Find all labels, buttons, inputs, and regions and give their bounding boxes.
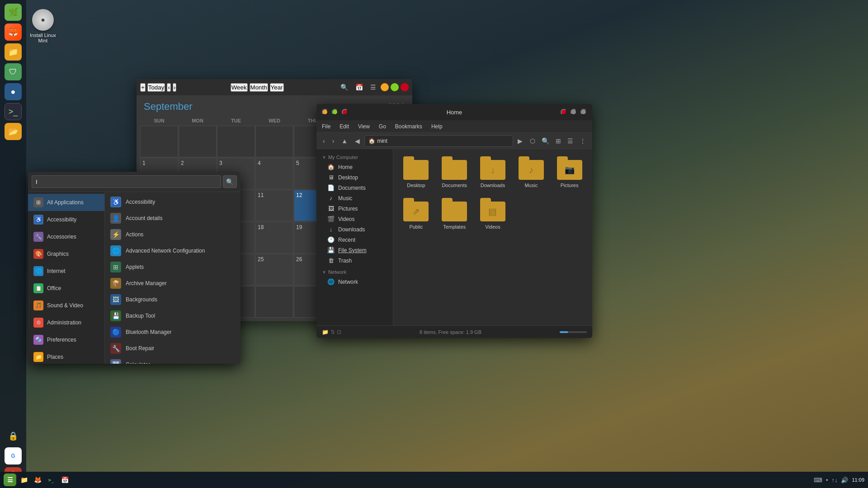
fm-grid-view-button[interactable]: ⊞ [553,136,564,146]
table-row[interactable]: 4 [255,158,293,189]
bottom-folder-icon[interactable]: 📁 [18,474,30,486]
calendar-today-button[interactable]: Today [147,83,165,92]
bottom-calendar-icon[interactable]: 📅 [59,474,71,486]
fm-menu-help[interactable]: Help [429,122,444,131]
bottom-mint-button[interactable]: ☰ [4,474,16,486]
app-item-archive-manager[interactable]: 📦 Archive Manager [105,275,241,291]
fm-sidebar-videos[interactable]: 🎬 Videos [316,214,393,224]
fm-menu-file[interactable]: File [320,122,332,131]
fm-minimize-button-right[interactable] [580,109,587,115]
app-cat-graphics[interactable]: 🎨 Graphics [28,245,104,263]
app-cat-accessories[interactable]: 🔧 Accessories [28,228,104,245]
fm-menu-edit[interactable]: Edit [338,122,351,131]
tray-keyboard-icon[interactable]: ⌨ [814,477,822,483]
app-item-actions[interactable]: ⚡ Actions [105,226,241,243]
table-row[interactable] [255,126,293,157]
calendar-minimize-button[interactable]: — [381,83,389,91]
install-linux-mint-icon[interactable]: Install Linux Mint [25,9,61,43]
fm-bookmark-prev-button[interactable]: ◀ [352,136,363,146]
fm-close-button-right[interactable] [561,109,567,115]
taskbar-blue-icon[interactable]: ● [5,83,22,100]
fm-sidebar-trash[interactable]: 🗑 Trash [316,255,393,266]
calendar-year-button[interactable]: Year [270,83,284,92]
fm-sidebar-downloads[interactable]: ↓ Downloads [316,224,393,235]
app-cat-sound-video[interactable]: 🎵 Sound & Video [28,297,104,314]
table-row[interactable] [179,126,217,157]
fm-network-header[interactable]: ▼ Network [316,267,393,277]
fm-menu-bookmarks[interactable]: Bookmarks [393,122,424,131]
fm-list-view-button[interactable]: ☰ [565,136,576,146]
fm-sort-icon[interactable]: ⇅ [330,329,335,335]
table-row[interactable] [140,126,178,157]
fm-sidebar-desktop[interactable]: 🖥 Desktop [316,172,393,183]
fm-file-desktop[interactable]: Desktop [401,156,432,191]
taskbar-terminal-icon[interactable]: >_ [5,103,22,120]
fm-file-templates[interactable]: Templates [439,198,470,232]
fm-sidebar-pictures[interactable]: 🖼 Pictures [316,203,393,214]
fm-file-music[interactable]: Music [515,156,547,191]
calendar-next-button[interactable]: › [173,83,176,92]
calendar-month-button[interactable]: Month [250,83,268,92]
app-cat-internet[interactable]: 🌐 Internet [28,263,104,280]
fm-sidebar-music[interactable]: ♪ Music [316,193,393,203]
bottom-terminal-icon[interactable]: >_ [45,474,57,486]
fm-file-downloads[interactable]: Downloads [477,156,509,191]
bottom-firefox-icon[interactable]: 🦊 [32,474,43,486]
fm-breadcrumb[interactable]: 🏠 mint [364,135,513,147]
fm-my-computer-header[interactable]: ▼ My Computer [316,153,393,162]
app-search-button[interactable]: 🔍 [223,175,237,188]
fm-extra-view-button[interactable]: ⋮ [577,136,589,146]
app-item-bluetooth[interactable]: 🔵 Bluetooth Manager [105,324,241,340]
taskbar-files-icon[interactable]: 📁 [5,43,22,61]
fm-up-button[interactable]: ▲ [339,136,350,146]
app-cat-accessibility[interactable]: ♿ Accessibility [28,211,104,228]
fm-zoom-icon[interactable]: ⊡ [337,329,341,335]
app-item-advanced-network[interactable]: 🌐 Advanced Network Configuration [105,243,241,259]
app-item-account-details[interactable]: 👤 Account details [105,210,241,226]
tray-volume-icon[interactable]: 🔊 [841,477,848,483]
app-cat-all-applications[interactable]: ⊞ All Applications [28,194,104,211]
app-item-boot-repair[interactable]: 🔧 Boot Repair [105,340,241,357]
calendar-calendar-button[interactable]: 📅 [353,82,366,93]
table-row[interactable]: 25 [255,254,293,286]
fm-search-button[interactable]: 🔍 [539,136,552,146]
fm-restore-button[interactable] [571,109,577,115]
tray-network-icon[interactable]: ↑↓ [831,477,837,483]
fm-forward-button[interactable]: › [330,136,337,146]
fm-sidebar-filesystem[interactable]: 💾 File System [316,245,393,255]
table-row[interactable]: 11 [255,190,293,221]
taskbar-google-icon[interactable]: G [5,447,22,465]
app-cat-administration[interactable]: ⚙ Administration [28,314,104,331]
fm-sidebar-home[interactable]: 🏠 Home [316,162,393,172]
taskbar-lock-icon[interactable]: 🔒 [5,427,22,445]
fm-sidebar-recent[interactable]: 🕐 Recent [316,235,393,245]
fm-menu-view[interactable]: View [356,122,372,131]
app-item-backgrounds[interactable]: 🖼 Backgrounds [105,291,241,308]
taskbar-mint-icon[interactable]: 🌿 [5,4,22,21]
app-cat-preferences[interactable]: 🔩 Preferences [28,331,104,348]
app-item-backup-tool[interactable]: 💾 Backup Tool [105,308,241,324]
table-row[interactable] [217,126,255,157]
fm-back-button[interactable]: ‹ [320,136,328,146]
table-row[interactable] [255,286,293,318]
fm-file-pictures[interactable]: Pictures [554,156,585,191]
fm-menu-go[interactable]: Go [377,122,388,131]
calendar-menu-button[interactable]: ☰ [368,82,379,93]
fm-maximize-button[interactable] [332,109,338,115]
fm-restore-view-button[interactable]: ⬡ [527,136,538,146]
taskbar-firefox-icon[interactable]: 🦊 [5,23,22,41]
fm-new-folder-icon[interactable]: 📁 [322,329,329,335]
app-search-input[interactable] [32,175,221,188]
fm-file-videos[interactable]: Videos [477,198,509,232]
fm-close-button[interactable] [342,109,348,115]
calendar-search-button[interactable]: 🔍 [338,82,351,93]
fm-sidebar-documents[interactable]: 📄 Documents [316,183,393,193]
fm-breadcrumb-next-button[interactable]: ▶ [515,136,525,146]
fm-file-documents[interactable]: Documents [439,156,470,191]
calendar-week-button[interactable]: Week [231,83,248,92]
app-item-applets[interactable]: ⊞ Applets [105,259,241,275]
calendar-new-button[interactable]: + [140,83,146,92]
fm-file-public[interactable]: Public [401,198,432,232]
taskbar-mintupdate-icon[interactable]: 🛡 [5,63,22,80]
fm-minimize-button[interactable] [322,109,328,115]
